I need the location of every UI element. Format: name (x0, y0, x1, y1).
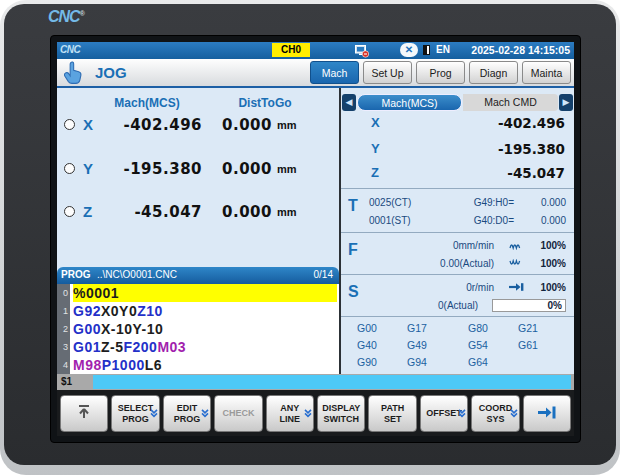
axis-row-z: Z-45.0470.000mm (57, 203, 339, 223)
softkey-display-switch[interactable]: DISPLAYSWITCH (317, 395, 365, 432)
coord-row-y: Y-195.380 (341, 141, 574, 159)
softkey-label: EDIT (177, 403, 198, 413)
tab-mach[interactable]: Mach (310, 61, 359, 84)
line-number: 3 (57, 338, 70, 356)
gcode-g00: G00 (357, 322, 407, 339)
axis-label: X (83, 116, 93, 133)
tool-comp-label: G40:D0= (441, 215, 514, 226)
tool-row: 0025(CT)G49:H0=0.000 (341, 193, 574, 211)
language-book-icon (423, 45, 430, 55)
code-token: X-10 (101, 321, 133, 337)
rapid-override-icon (508, 241, 524, 250)
datetime-label: 2025-02-28 14:15:05 (471, 44, 570, 56)
code-token: Y0 (119, 303, 137, 319)
tab-prog[interactable]: Prog (416, 61, 465, 84)
softkey-label: ANY (280, 403, 299, 413)
right-arrow-icon[interactable]: ▶ (559, 94, 573, 111)
feed-row: 0mm/min100% (341, 236, 574, 254)
tab-mach-cmd[interactable]: Mach CMD (463, 94, 558, 111)
tab-mach-mcs[interactable]: Mach(MCS) (357, 94, 462, 111)
program-listing[interactable]: 0%00011G92X0Y0Z102G00X-10Y-103G01Z-5F200… (57, 284, 339, 374)
softkey-path-set[interactable]: PATHSET (368, 395, 416, 432)
left-arrow-icon[interactable]: ◀ (342, 94, 356, 111)
softkey-select-prog[interactable]: SELECTPROG (111, 395, 159, 432)
code-token: F200 (123, 339, 157, 355)
feed-override-percent: 100% (524, 258, 566, 269)
dist-to-go-value: 0.000 (187, 203, 272, 221)
softkey-offset[interactable]: OFFSET (420, 395, 468, 432)
line-number: 4 (57, 356, 70, 374)
softkey-check: CHECK (214, 395, 262, 432)
code-token: P1000 (102, 357, 145, 373)
softkey-label: PATH (381, 403, 404, 413)
softkey-label: SELECT (118, 403, 154, 413)
feed-value: 0mm/min (369, 240, 494, 251)
coord-row-z: Z-45.047 (341, 165, 574, 183)
code-token: L6 (145, 357, 162, 373)
gcode-g21: G21 (518, 322, 565, 339)
code-line-4[interactable]: 4M98P1000L6 (57, 356, 339, 374)
coord-axis-value: -402.496 (498, 115, 565, 131)
spindle-section: S 0r/min100%0(Actual)0% (341, 274, 574, 316)
code-token: %0001 (73, 285, 119, 301)
line-number: 1 (57, 302, 70, 320)
position-panel: Mach(MCS) DistToGo PROG ..\NC\O0001.CNC … (57, 88, 339, 374)
gcode-g61: G61 (518, 339, 565, 356)
softkey-return[interactable] (60, 395, 108, 432)
spindle-section-label: S (348, 283, 359, 301)
axis-select-radio[interactable] (64, 206, 75, 217)
gcode-g17: G17 (407, 322, 468, 339)
tab-set-up[interactable]: Set Up (363, 61, 412, 84)
coord-axis-label: X (371, 115, 380, 130)
tab-diagn[interactable]: Diagn (469, 61, 518, 84)
gcode-status-grid: G00G17G80G21G40G49G54G61G90G94G64 (341, 316, 574, 374)
next-page-icon (537, 406, 556, 421)
dist-to-go-value: 0.000 (187, 116, 272, 134)
code-line-2[interactable]: 2G00X-10Y-10 (57, 320, 339, 338)
spindle-row: 0r/min100% (341, 278, 574, 296)
softkey-label: PROG (122, 414, 149, 424)
feed-value: 0.00(Actual) (369, 258, 494, 269)
softkey-label: CHECK (222, 408, 254, 418)
code-token: M03 (157, 339, 186, 355)
gcode-g94: G94 (407, 356, 468, 373)
softkey-any-line[interactable]: ANYLINE (266, 395, 314, 432)
prog-line-counter: 0/14 (314, 269, 333, 280)
gcode-g64: G64 (468, 356, 518, 373)
softkey-label: SYS (486, 414, 504, 424)
unit-label: mm (277, 206, 297, 218)
softkey-edit-prog[interactable]: EDITPROG (163, 395, 211, 432)
mach-column-header: Mach(MCS) (87, 96, 207, 110)
channel-progress-bar (93, 375, 571, 389)
spindle-row: 0(Actual)0% (341, 296, 574, 314)
unit-label: mm (277, 119, 297, 131)
channel-label: $1 (61, 376, 72, 387)
softkey-label: DISPLAY (322, 403, 360, 413)
code-line-3[interactable]: 3G01Z-5F200M03 (57, 338, 339, 356)
feed-section: F 0mm/min100%0.00(Actual)100% (341, 232, 574, 274)
status-bar: CNC CH0 ✕ EN 2025-02-28 14:15:05 (57, 42, 574, 59)
chevron-down-icon (304, 408, 312, 419)
code-token: X0 (101, 303, 119, 319)
code-token: M98 (73, 357, 102, 373)
chevron-down-icon (201, 408, 209, 419)
axis-select-radio[interactable] (64, 119, 75, 130)
softkey-coord-sys[interactable]: COORDSYS (471, 395, 519, 432)
feed-section-label: F (348, 241, 358, 259)
axis-select-radio[interactable] (64, 163, 75, 174)
spindle-value: 0r/min (369, 282, 494, 293)
tab-mainta[interactable]: Mainta (522, 61, 571, 84)
code-token: Z10 (137, 303, 163, 319)
code-line-0[interactable]: 0%0001 (57, 284, 339, 302)
code-line-1[interactable]: 1G92X0Y0Z10 (57, 302, 339, 320)
feed-override-percent: 100% (524, 240, 566, 251)
close-badge-icon[interactable]: ✕ (400, 43, 418, 57)
code-text: M98P1000L6 (73, 356, 337, 374)
channel-badge: CH0 (272, 43, 310, 57)
softkey-label: OFFSET (426, 408, 462, 418)
code-token: Z-5 (101, 339, 124, 355)
tool-section: T 0025(CT)G49:H0=0.0000001(ST)G40:D0=0.0… (341, 188, 574, 232)
status-logo: CNC (60, 44, 80, 55)
softkey-next-page[interactable] (523, 395, 571, 432)
language-label[interactable]: EN (436, 44, 450, 55)
